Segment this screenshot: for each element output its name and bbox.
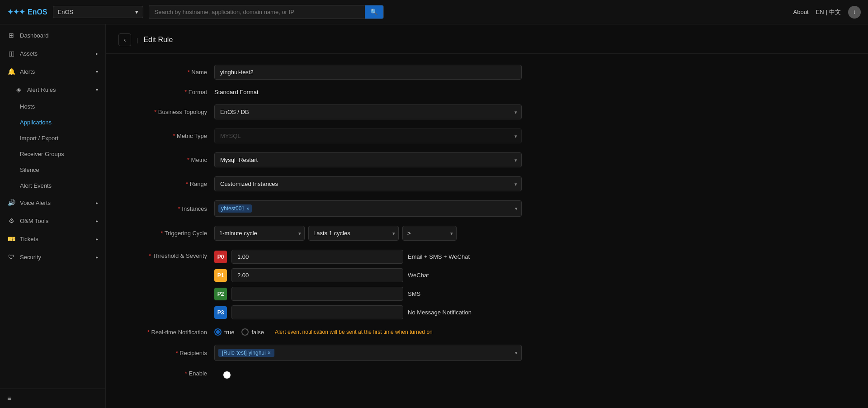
instances-row: * Instances yhtest001 × ▾ <box>133 200 841 217</box>
sidebar-label-alert-events: Alert Events <box>20 182 52 189</box>
tickets-chevron-icon: ▸ <box>96 237 98 242</box>
assets-chevron-icon: ▸ <box>96 51 98 56</box>
p2-badge: P2 <box>214 288 227 300</box>
security-icon: 🛡 <box>7 253 15 261</box>
metric-type-select-wrap: MYSQL ▾ <box>214 128 522 143</box>
sidebar-item-alert-events[interactable]: Alert Events <box>0 178 105 194</box>
sidebar-item-alerts[interactable]: 🔔 Alerts ▾ <box>0 62 105 81</box>
metric-type-label: * Metric Type <box>133 133 214 139</box>
lasts-select[interactable]: Lasts 1 cycles <box>308 226 399 241</box>
metric-select[interactable]: Mysql_Restart <box>214 152 522 167</box>
operator-select[interactable]: > <box>402 226 457 241</box>
metric-type-wrap: MYSQL ▾ <box>214 128 522 143</box>
cycle-select[interactable]: 1-minute cycle <box>214 226 305 241</box>
format-label: * Format <box>133 89 214 95</box>
sidebar-item-receiver-groups[interactable]: Receiver Groups <box>0 146 105 162</box>
instance-tag-close-icon[interactable]: × <box>246 206 249 211</box>
threshold-label: * Threshold & Severity <box>133 250 214 259</box>
recipient-tag-close-icon[interactable]: × <box>268 350 271 356</box>
search-input[interactable] <box>149 5 365 19</box>
sidebar-item-applications[interactable]: Applications <box>0 114 105 130</box>
p2-input[interactable] <box>231 287 403 301</box>
sidebar-item-hosts[interactable]: Hosts <box>0 99 105 114</box>
page-header: ‹ | Edit Rule <box>106 24 868 54</box>
voice-alerts-icon: 🔊 <box>7 199 15 206</box>
lang-en[interactable]: EN <box>816 9 824 15</box>
main-content: ‹ | Edit Rule * Name * Format <box>106 24 868 408</box>
logo-text: EnOS <box>28 8 47 16</box>
p3-input[interactable] <box>231 305 403 319</box>
om-tools-icon: ⚙ <box>7 217 15 224</box>
search-button[interactable]: 🔍 <box>365 5 383 19</box>
sidebar-item-voice-alerts[interactable]: 🔊 Voice Alerts ▸ <box>0 194 105 212</box>
lasts-select-wrap: Lasts 1 cycles ▾ <box>308 226 399 241</box>
p1-badge: P1 <box>214 269 227 282</box>
alert-rules-icon: ◈ <box>14 86 23 93</box>
hamburger-icon[interactable]: ≡ <box>7 394 11 402</box>
metric-type-select[interactable]: MYSQL <box>214 128 522 143</box>
org-selector[interactable]: EnOS ▾ <box>53 6 143 18</box>
sidebar-item-security[interactable]: 🛡 Security ▸ <box>0 248 105 266</box>
p0-badge: P0 <box>214 251 227 263</box>
sidebar-item-import-export[interactable]: Import / Export <box>0 130 105 146</box>
alerts-chevron-icon: ▾ <box>96 69 98 74</box>
realtime-true-option[interactable]: true <box>214 328 234 336</box>
radio-group: true false Alert event notification will… <box>214 328 522 336</box>
sidebar-label-applications: Applications <box>20 119 52 126</box>
biz-topo-row: * Business Topology EnOS / DB ▾ <box>133 104 841 119</box>
range-select-wrap: Customized Instances ▾ <box>214 176 522 191</box>
instances-field[interactable]: yhtest001 × ▾ <box>214 200 522 217</box>
threshold-row: * Threshold & Severity P0 Email + SMS + … <box>133 250 841 319</box>
radio-false-circle <box>241 328 249 336</box>
recipients-chevron-icon: ▾ <box>515 350 518 356</box>
sidebar-item-tickets[interactable]: 🎫 Tickets ▸ <box>0 230 105 248</box>
p0-notification-label: Email + SMS + WeChat <box>408 253 470 260</box>
p3-notification-label: No Message Notification <box>408 309 472 316</box>
logo: ✦✦✦ EnOS <box>7 8 47 16</box>
biz-topo-select[interactable]: EnOS / DB <box>214 104 522 119</box>
lang-cn[interactable]: 中文 <box>829 8 841 16</box>
sidebar-label-import-export: Import / Export <box>20 135 58 142</box>
metric-row: * Metric Mysql_Restart ▾ <box>133 152 841 167</box>
format-req-marker: * <box>184 89 189 95</box>
p1-notification-label: WeChat <box>408 272 429 279</box>
format-text: Standard Format <box>214 89 259 95</box>
name-input[interactable] <box>214 65 522 80</box>
avatar[interactable]: t <box>848 6 861 19</box>
sidebar-item-dashboard[interactable]: ⊞ Dashboard <box>0 26 105 44</box>
page-title: Edit Rule <box>143 36 173 44</box>
search-bar: 🔍 <box>149 5 384 19</box>
back-button[interactable]: ‹ <box>118 33 131 46</box>
biz-topo-label: * Business Topology <box>133 109 214 115</box>
enable-wrap <box>214 370 522 377</box>
about-link[interactable]: About <box>793 9 809 15</box>
instance-tag: yhtest001 × <box>218 204 252 213</box>
threshold-p3-row: P3 No Message Notification <box>214 305 522 319</box>
p0-input[interactable] <box>231 250 403 264</box>
sidebar-item-alert-rules[interactable]: ◈ Alert Rules ▾ <box>0 81 105 99</box>
sidebar-label-hosts: Hosts <box>20 103 35 110</box>
cycle-select-wrap: 1-minute cycle ▾ <box>214 226 305 241</box>
recipients-wrap: [Rule-test]-yinghui × ▾ <box>214 345 522 361</box>
org-chevron-icon: ▾ <box>135 9 138 15</box>
name-field-wrap <box>214 65 522 80</box>
sidebar-item-silence[interactable]: Silence <box>0 162 105 178</box>
org-label: EnOS <box>58 9 74 15</box>
recipients-row: * Recipients [Rule-test]-yinghui × ▾ <box>133 345 841 361</box>
sidebar-item-assets[interactable]: ◫ Assets ▸ <box>0 44 105 62</box>
sidebar-item-om-tools[interactable]: ⚙ O&M Tools ▸ <box>0 212 105 230</box>
triggering-cycle-wrap: 1-minute cycle ▾ Lasts 1 cycles ▾ <box>214 226 522 241</box>
edit-rule-form: * Name * Format Standard Format <box>106 54 868 404</box>
format-value: Standard Format <box>214 89 522 95</box>
om-tools-chevron-icon: ▸ <box>96 218 98 223</box>
enable-label: * Enable <box>133 370 214 377</box>
metric-wrap: Mysql_Restart ▾ <box>214 152 522 167</box>
sidebar-label-security: Security <box>20 254 41 261</box>
recipients-field[interactable]: [Rule-test]-yinghui × ▾ <box>214 345 522 361</box>
realtime-false-option[interactable]: false <box>241 328 264 336</box>
name-req-marker: * <box>188 69 192 76</box>
p1-input[interactable] <box>231 268 403 282</box>
p2-notification-label: SMS <box>408 290 420 297</box>
biz-topo-select-wrap: EnOS / DB ▾ <box>214 104 522 119</box>
range-select[interactable]: Customized Instances <box>214 176 522 191</box>
